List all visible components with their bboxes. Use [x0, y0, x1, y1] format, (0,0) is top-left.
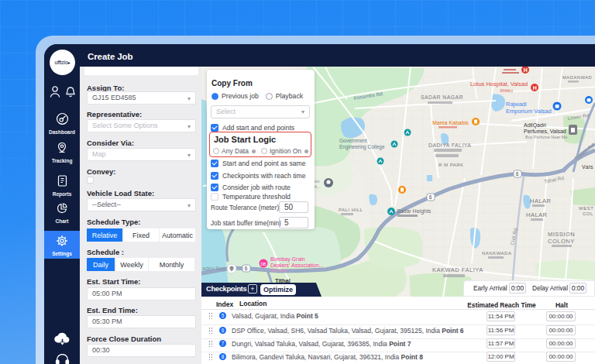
svg-text:Sadar Heights: Sadar Heights	[397, 208, 432, 215]
svg-text:વલસાડ: વલસાડ	[499, 88, 513, 93]
svg-text:WEST RAIL: WEST RAIL	[579, 206, 595, 211]
svg-text:DADIYA FALIYA: DADIYA FALIYA	[428, 143, 471, 148]
svg-text:Mama Kababis: Mama Kababis	[432, 120, 469, 125]
svg-text:6: 6	[429, 194, 432, 200]
svg-text:Buy Perfume Near Me: Buy Perfume Near Me	[525, 135, 567, 139]
svg-text:Perfumes, Valsad: Perfumes, Valsad	[524, 129, 566, 134]
svg-text:SADAR NAGAR: SADAR NAGAR	[421, 94, 463, 100]
svg-text:Engineering College: Engineering College	[339, 144, 385, 150]
svg-text:COLONY: COLONY	[548, 238, 575, 245]
svg-text:Lotus Hospital, Valsad: Lotus Hospital, Valsad	[470, 81, 528, 88]
svg-text:DB: DB	[261, 262, 267, 266]
svg-text:MADANWAD: MADANWAD	[562, 75, 592, 80]
svg-text:H: H	[533, 85, 537, 91]
svg-text:HALAR: HALAR	[530, 197, 552, 204]
svg-text:AdilQadri: AdilQadri	[524, 122, 546, 129]
svg-text:6: 6	[245, 266, 248, 271]
svg-text:Vals: Vals	[582, 164, 593, 170]
svg-text:COL: COL	[583, 211, 593, 216]
svg-text:Dealers' Association...: Dealers' Association...	[270, 263, 324, 268]
svg-text:KAKWAD FALIYA: KAKWAD FALIYA	[432, 266, 483, 273]
svg-text:Top rated: Top rated	[270, 268, 287, 273]
svg-text:Bombay Grain: Bombay Grain	[270, 256, 305, 263]
svg-text:Rajwadi: Rajwadi	[506, 101, 527, 108]
svg-text:adev Sea: adev Sea	[202, 266, 225, 271]
svg-text:PALI HILL: PALI HILL	[339, 208, 363, 212]
svg-text:HALAR: HALAR	[526, 211, 548, 218]
svg-text:MISSION: MISSION	[548, 231, 575, 238]
svg-text:H: H	[524, 67, 528, 73]
svg-text:Government: Government	[339, 138, 367, 143]
svg-text:Emporium Valsad: Emporium Valsad	[506, 108, 552, 115]
svg-text:NANKWADA: NANKWADA	[482, 251, 511, 256]
svg-text:R M PARK: R M PARK	[439, 163, 464, 167]
svg-text:6: 6	[516, 171, 519, 177]
